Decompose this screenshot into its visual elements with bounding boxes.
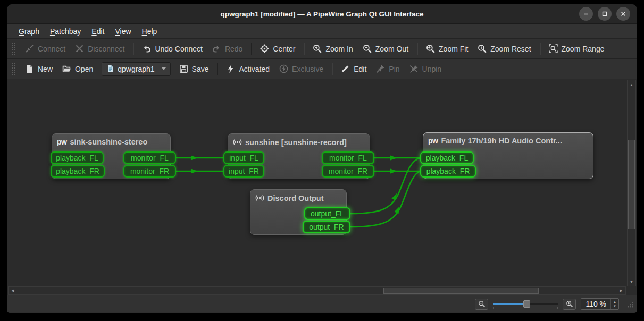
- vertical-scrollbar[interactable]: ▲ ▼: [627, 80, 636, 286]
- undo-icon: [142, 44, 151, 53]
- scroll-up-button[interactable]: ▲: [628, 80, 635, 89]
- stream-icon: [255, 193, 264, 202]
- zoom-range-button[interactable]: Zoom Range: [544, 41, 609, 56]
- session-combobox-value: qpwgraph1: [118, 65, 154, 73]
- pipewire-icon: pw: [57, 138, 66, 146]
- vertical-scroll-track[interactable]: [628, 89, 635, 277]
- redo-icon: [212, 44, 221, 53]
- unpin-icon: [409, 64, 419, 73]
- open-button[interactable]: Open: [57, 61, 98, 77]
- circled-lightning-icon: [279, 64, 288, 73]
- port-sink-playback_FL[interactable]: playback_FL: [51, 151, 104, 164]
- scroll-down-button[interactable]: ▼: [628, 277, 635, 286]
- pin-button[interactable]: Pin: [371, 61, 404, 77]
- exclusive-button[interactable]: Exclusive: [274, 61, 328, 77]
- node-header: sunshine [sunshine-record]: [228, 134, 370, 150]
- edge-arrow-icon: [191, 169, 198, 174]
- titlebar[interactable]: qpwgraph1 [modified] — A PipeWire Graph …: [7, 4, 637, 24]
- window-controls: [579, 7, 630, 21]
- zoom-out-button[interactable]: Zoom Out: [358, 41, 413, 56]
- toolbar-drag-handle[interactable]: [12, 43, 15, 55]
- node-title: Discord Output: [267, 194, 324, 202]
- horizontal-scroll-track[interactable]: [17, 287, 617, 294]
- new-button[interactable]: New: [20, 61, 57, 77]
- maximize-icon: [602, 11, 607, 16]
- scroll-left-button[interactable]: ◀: [9, 287, 17, 294]
- node-title: Family 17h/19h HD Audio Contr...: [441, 137, 562, 145]
- toolbar-drag-handle[interactable]: [12, 63, 15, 75]
- menu-help[interactable]: Help: [137, 25, 163, 38]
- scroll-right-button[interactable]: ▶: [617, 287, 625, 294]
- minimize-button[interactable]: [579, 7, 593, 21]
- zoom-slider-fill: [493, 303, 525, 305]
- port-sunshine-monitor_FR[interactable]: monitor_FR: [322, 165, 374, 178]
- statusbar: 110 % ▲ ▼: [7, 295, 637, 312]
- disconnect-button[interactable]: Disconnect: [70, 41, 129, 56]
- session-combobox[interactable]: qpwgraph1: [102, 62, 170, 76]
- menu-graph[interactable]: Graph: [13, 25, 45, 38]
- unpin-button[interactable]: Unpin: [405, 61, 447, 77]
- zoom-value[interactable]: 110 %: [581, 299, 610, 309]
- node-header: Discord Output: [250, 190, 346, 206]
- spin-up-icon[interactable]: ▲: [613, 300, 616, 303]
- port-sink-monitor_FR[interactable]: monitor_FR: [123, 165, 176, 178]
- node-title: sunshine [sunshine-record]: [245, 138, 347, 147]
- graph-canvas[interactable]: pw sink-sunshine-stereo sunshine [sunshi…: [7, 79, 637, 295]
- slider-tick: [557, 307, 558, 309]
- connections-layer: [7, 79, 637, 295]
- port-discord-output_FR[interactable]: output_FR: [303, 221, 350, 233]
- zoom-out-icon: [478, 300, 486, 308]
- close-icon: [621, 11, 626, 16]
- port-sink-playback_FR[interactable]: playback_FR: [51, 165, 105, 178]
- pipewire-icon: pw: [428, 137, 438, 145]
- patchbay-file-icon: [106, 65, 114, 73]
- port-family-playback_FL[interactable]: playback_FL: [420, 151, 474, 164]
- save-button[interactable]: Save: [174, 61, 214, 77]
- edit-button[interactable]: Edit: [336, 61, 371, 77]
- zoom-in-icon: [566, 300, 573, 308]
- zoom-slider-handle[interactable]: [523, 300, 530, 308]
- disconnect-icon: [75, 44, 84, 53]
- connect-icon: [25, 44, 34, 53]
- slider-tick: [493, 307, 494, 309]
- zoom-slider[interactable]: [493, 299, 558, 309]
- vertical-scroll-thumb[interactable]: [628, 140, 635, 229]
- maximize-button[interactable]: [598, 7, 612, 21]
- zoom-in-button[interactable]: Zoom In: [308, 41, 357, 56]
- port-sunshine-input_FL[interactable]: input_FL: [223, 151, 264, 164]
- new-file-icon: [25, 64, 34, 73]
- menu-patchbay[interactable]: Patchbay: [45, 25, 86, 38]
- undo-connect-button[interactable]: Undo Connect: [137, 41, 207, 56]
- horizontal-scroll-thumb[interactable]: [383, 288, 539, 294]
- port-sunshine-monitor_FL[interactable]: monitor_FL: [322, 151, 374, 164]
- menu-view[interactable]: View: [110, 25, 136, 38]
- redo-button[interactable]: Redo: [207, 41, 247, 56]
- port-sink-monitor_FL[interactable]: monitor_FL: [123, 151, 176, 164]
- connect-button[interactable]: Connect: [20, 41, 70, 56]
- activated-button[interactable]: Activated: [221, 61, 274, 77]
- edge-arrow-icon: [390, 169, 397, 174]
- stream-icon: [233, 138, 242, 147]
- toolbar-separator: [217, 63, 218, 75]
- zoom-out-icon: [363, 44, 372, 53]
- node-header: pw sink-sunshine-stereo: [52, 134, 170, 150]
- zoom-fit-button[interactable]: Zoom Fit: [421, 41, 473, 56]
- connection-edge[interactable]: [350, 171, 420, 227]
- port-discord-output_FL[interactable]: output_FL: [304, 207, 350, 220]
- screen: qpwgraph1 [modified] — A PipeWire Graph …: [0, 0, 644, 321]
- horizontal-scrollbar[interactable]: ◀ ▶: [8, 286, 626, 295]
- menu-edit[interactable]: Edit: [86, 25, 110, 38]
- center-button[interactable]: Center: [255, 41, 300, 56]
- port-family-playback_FR[interactable]: playback_FR: [420, 165, 476, 178]
- zoom-reset-button[interactable]: Zoom Reset: [473, 41, 536, 56]
- chevron-down-icon: [162, 67, 166, 70]
- statusbar-zoom-out-button[interactable]: [475, 299, 488, 310]
- spin-down-icon[interactable]: ▼: [613, 305, 616, 308]
- statusbar-zoom-in-button[interactable]: [563, 299, 576, 310]
- port-sunshine-input_FR[interactable]: input_FR: [223, 165, 264, 178]
- window-title: qpwgraph1 [modified] — A PipeWire Graph …: [220, 10, 423, 18]
- resize-grip[interactable]: [626, 300, 634, 308]
- center-icon: [260, 44, 269, 53]
- close-button[interactable]: [616, 7, 630, 21]
- zoom-spinbox[interactable]: 110 % ▲ ▼: [581, 298, 619, 310]
